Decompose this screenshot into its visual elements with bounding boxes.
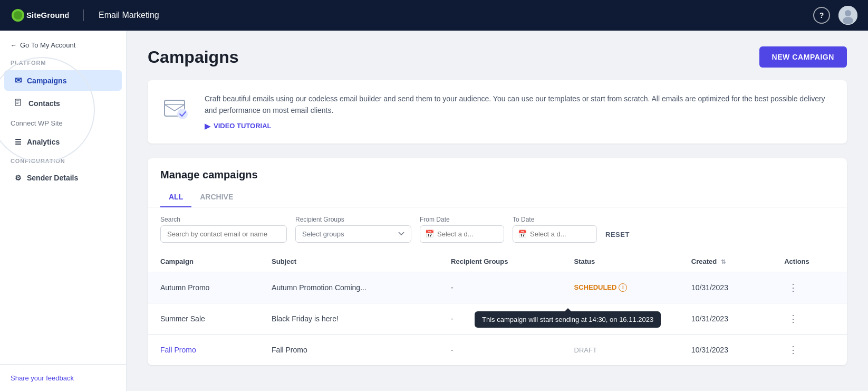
siteground-logo: SiteGround xyxy=(11,8,69,23)
sidebar: ← Go To My Account PLATFORM ✉ Campaigns … xyxy=(0,31,127,391)
reset-button[interactable]: RESET xyxy=(605,226,630,243)
campaign-actions: ⋮ xyxy=(771,272,847,303)
recipient-groups-filter-group: Recipient Groups Select groups xyxy=(295,216,411,243)
page-header: Campaigns NEW CAMPAIGN xyxy=(148,46,847,68)
help-button[interactable]: ? xyxy=(813,7,830,24)
layout: ← Go To My Account PLATFORM ✉ Campaigns … xyxy=(0,31,868,391)
campaign-recipient-groups: - xyxy=(438,303,561,334)
from-date-label: From Date xyxy=(420,216,504,223)
platform-section-label: PLATFORM xyxy=(0,54,126,69)
sidebar-item-sender-details[interactable]: ⚙ Sender Details xyxy=(4,168,122,187)
th-status: Status xyxy=(562,251,679,272)
campaign-status: SCHEDULED i xyxy=(562,272,679,303)
to-date-label: To Date xyxy=(513,216,597,223)
nav-right: ? xyxy=(813,6,857,25)
to-date-wrapper: 📅 xyxy=(513,225,597,243)
th-campaign: Campaign xyxy=(148,251,259,272)
sidebar-item-analytics[interactable]: ☰ Analytics xyxy=(4,132,122,151)
table-head: Campaign Subject Recipient Groups Status… xyxy=(148,251,847,272)
analytics-label: Analytics xyxy=(27,138,60,146)
filters-row: Search Recipient Groups Select groups Fr… xyxy=(148,207,847,251)
tab-archive[interactable]: ARCHIVE xyxy=(191,187,242,207)
to-date-icon: 📅 xyxy=(518,230,527,238)
nav-divider xyxy=(83,9,84,21)
info-card-content: Craft beautiful emails using our codeles… xyxy=(205,93,834,131)
th-actions: Actions xyxy=(771,251,847,272)
campaign-subject: Fall Promo xyxy=(259,334,438,365)
status-scheduled: SCHEDULED i xyxy=(574,283,666,292)
campaigns-icon: ✉ xyxy=(15,75,22,85)
video-link-label: VIDEO TUTORIAL xyxy=(214,122,272,130)
table-header-row: Campaign Subject Recipient Groups Status… xyxy=(148,251,847,272)
campaign-recipient-groups: - xyxy=(438,334,561,365)
configuration-section-label: CONFIGURATION xyxy=(0,152,126,167)
search-filter-group: Search xyxy=(160,216,287,243)
avatar[interactable] xyxy=(838,6,857,25)
table-row: Fall Promo Fall Promo - DRAFT 10/31/2023… xyxy=(148,334,847,365)
logo-area: SiteGround xyxy=(11,8,69,23)
avatar-image xyxy=(838,6,857,25)
campaign-status: DRAFT xyxy=(562,334,679,365)
status-draft: DRAFT xyxy=(574,346,597,354)
from-date-icon: 📅 xyxy=(425,230,434,238)
share-feedback-link[interactable]: Share your feedback xyxy=(11,374,74,382)
campaign-created: 10/31/2023 xyxy=(679,272,771,303)
row2-actions-button[interactable]: ⋮ xyxy=(784,311,802,327)
sort-icon: ⇅ xyxy=(721,259,726,265)
table-row: Summer Sale Black Friday is here! - SEND… xyxy=(148,303,847,334)
campaign-recipient-groups: - xyxy=(438,272,561,303)
info-card: Craft beautiful emails using our codeles… xyxy=(148,80,847,144)
status-sending: SENDING xyxy=(574,315,605,323)
table-body: Autumn Promo Autumn Promotion Coming... … xyxy=(148,272,847,365)
back-label: Go To My Account xyxy=(20,41,75,49)
to-date-filter-group: To Date 📅 xyxy=(513,216,597,243)
campaigns-table: Campaign Subject Recipient Groups Status… xyxy=(148,251,847,365)
sender-icon: ⚙ xyxy=(15,174,22,182)
back-link[interactable]: ← Go To My Account xyxy=(0,36,126,54)
th-created[interactable]: Created ⇅ xyxy=(679,251,771,272)
info-card-icon xyxy=(160,93,192,125)
campaigns-tabs: ALL ARCHIVE xyxy=(148,187,847,207)
sidebar-item-campaigns[interactable]: ✉ Campaigns xyxy=(4,70,122,91)
campaign-name: Autumn Promo xyxy=(148,272,259,303)
svg-point-12 xyxy=(177,109,188,119)
svg-point-4 xyxy=(845,10,851,16)
contacts-icon xyxy=(15,98,23,109)
info-card-description: Craft beautiful emails using our codeles… xyxy=(205,93,834,117)
sidebar-bottom: Share your feedback xyxy=(0,364,126,391)
analytics-icon: ☰ xyxy=(15,138,22,146)
search-label: Search xyxy=(160,216,287,223)
scheduled-info-icon[interactable]: i xyxy=(619,283,627,292)
back-arrow: ← xyxy=(11,42,17,49)
new-campaign-button[interactable]: NEW CAMPAIGN xyxy=(759,46,847,68)
campaign-status: SENDING xyxy=(562,303,679,334)
page-title: Campaigns xyxy=(148,47,238,67)
campaign-subject: Black Friday is here! xyxy=(259,303,438,334)
th-subject: Subject xyxy=(259,251,438,272)
top-nav: SiteGround Email Marketing ? xyxy=(0,0,868,31)
video-tutorial-link[interactable]: ▶ VIDEO TUTORIAL xyxy=(205,122,272,130)
row1-actions-button[interactable]: ⋮ xyxy=(784,280,802,295)
play-icon: ▶ xyxy=(205,122,210,130)
campaign-created: 10/31/2023 xyxy=(679,303,771,334)
campaign-name-link[interactable]: Fall Promo xyxy=(148,334,259,365)
from-date-filter-group: From Date 📅 xyxy=(420,216,504,243)
svg-point-1 xyxy=(14,11,22,20)
sidebar-item-contacts[interactable]: Contacts xyxy=(4,93,122,114)
contacts-label: Contacts xyxy=(28,99,60,108)
app-title: Email Marketing xyxy=(99,11,159,20)
campaign-actions: ⋮ xyxy=(771,303,847,334)
campaigns-table-wrapper: Campaign Subject Recipient Groups Status… xyxy=(148,251,847,365)
table-row: Autumn Promo Autumn Promotion Coming... … xyxy=(148,272,847,303)
row3-actions-button[interactable]: ⋮ xyxy=(784,342,802,358)
campaign-subject: Autumn Promotion Coming... xyxy=(259,272,438,303)
recipient-groups-select[interactable]: Select groups xyxy=(295,225,411,243)
tab-all[interactable]: ALL xyxy=(160,187,191,207)
campaign-name: Summer Sale xyxy=(148,303,259,334)
th-recipient-groups: Recipient Groups xyxy=(438,251,561,272)
sidebar-item-connect-wp[interactable]: Connect WP Site xyxy=(0,115,126,131)
nav-left: SiteGround Email Marketing xyxy=(11,8,159,23)
main-content: Campaigns NEW CAMPAIGN Craft beautiful e… xyxy=(127,31,868,391)
sender-label: Sender Details xyxy=(27,174,78,182)
search-input[interactable] xyxy=(160,225,287,243)
